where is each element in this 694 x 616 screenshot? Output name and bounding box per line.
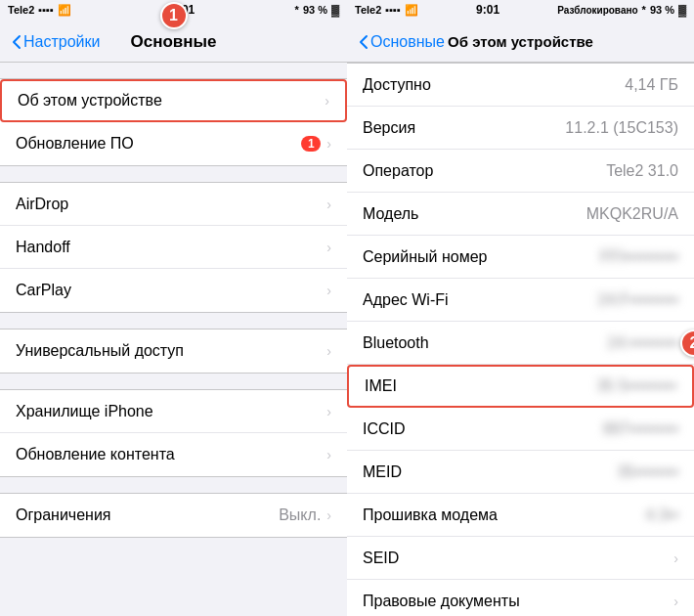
right-back-chevron xyxy=(359,34,369,50)
carrier-value: Tele2 31.0 xyxy=(606,162,678,180)
content-update-chevron: › xyxy=(326,447,331,462)
carrier-right: Tele2 xyxy=(355,4,381,16)
left-status-left: Tele2 ▪▪▪▪ 📶 xyxy=(8,4,71,17)
legal-chevron: › xyxy=(673,594,678,609)
row-iccid: ICCID 897••••••••• xyxy=(347,408,694,451)
accessibility-value: › xyxy=(326,343,331,359)
left-back-button[interactable]: Настройки xyxy=(12,33,100,51)
restrictions-chevron: › xyxy=(326,507,331,523)
group-airdrop-handoff: AirDrop › Handoff › CarPlay › xyxy=(0,182,347,313)
row-available: Доступно 4,14 ГБ xyxy=(347,64,694,107)
right-list: Доступно 4,14 ГБ Версия 11.2.1 (15C153) … xyxy=(347,63,694,616)
right-status-right: Разблокировано * 93 % ▓ xyxy=(557,4,686,16)
right-panel: Tele2 ▪▪▪▪ 📶 9:01 Разблокировано * 93 % … xyxy=(347,0,694,616)
storage-chevron: › xyxy=(326,404,331,419)
bluetooth-value: 24:••••••••• xyxy=(607,334,678,352)
accessibility-chevron: › xyxy=(326,343,331,359)
modem-value: 4.3•• xyxy=(646,506,678,524)
left-nav-title: Основные xyxy=(130,32,216,51)
model-value: MKQK2RU/A xyxy=(586,205,678,223)
row-legal[interactable]: Правовые документы › xyxy=(347,580,694,616)
available-label: Доступно xyxy=(363,76,431,94)
row-seid[interactable]: SEID › xyxy=(347,537,694,580)
row-accessibility[interactable]: Универсальный доступ › xyxy=(0,330,347,373)
row-imei: IMEI 35 5••••••••• xyxy=(347,365,694,408)
restrictions-text: Выкл. xyxy=(279,506,321,524)
accessibility-label: Универсальный доступ xyxy=(16,342,184,360)
legal-label: Правовые документы xyxy=(363,593,520,610)
battery-icon-left: ▓ xyxy=(331,4,339,16)
annotation-2: 2 xyxy=(680,330,694,357)
about-chevron: › xyxy=(325,93,329,109)
restrictions-label: Ограничения xyxy=(16,506,111,524)
group-about-update: Об этом устройстве › Обновление ПО 1 › xyxy=(0,78,347,166)
update-label: Обновление ПО xyxy=(16,135,134,153)
serial-label: Серийный номер xyxy=(363,248,487,266)
carplay-value: › xyxy=(326,283,331,298)
wifi-label: Адрес Wi-Fi xyxy=(363,291,449,309)
row-model: Модель MKQK2RU/A xyxy=(347,193,694,236)
left-nav-bar: Настройки Основные 1 xyxy=(0,20,347,63)
imei-value: 35 5••••••••• xyxy=(596,377,676,395)
row-storage[interactable]: Хранилище iPhone › xyxy=(0,390,347,433)
left-back-chevron xyxy=(12,34,22,50)
wifi-icon: 📶 xyxy=(58,4,71,17)
group-accessibility: Универсальный доступ › xyxy=(0,329,347,374)
right-nav-bar: Основные Об этом устройстве xyxy=(347,20,694,63)
model-label: Модель xyxy=(363,205,418,223)
wifi-value: 24:F••••••••• xyxy=(598,291,678,309)
row-handoff[interactable]: Handoff › xyxy=(0,226,347,269)
content-update-value: › xyxy=(326,447,331,462)
row-carrier: Оператор Tele2 31.0 xyxy=(347,150,694,193)
battery-right: 93 % xyxy=(650,4,674,16)
meid-value: 35•••••••• xyxy=(617,463,678,481)
restrictions-value: Выкл. › xyxy=(279,506,331,524)
row-update[interactable]: Обновление ПО 1 › xyxy=(0,122,347,165)
annotation-1: 1 xyxy=(160,2,188,29)
left-status-right: * 93 % ▓ xyxy=(295,4,339,16)
version-label: Версия xyxy=(363,119,415,137)
update-value: 1 › xyxy=(301,136,331,152)
right-back-label: Основные xyxy=(370,33,445,51)
row-restrictions[interactable]: Ограничения Выкл. › xyxy=(0,494,347,537)
left-panel: Tele2 ▪▪▪▪ 📶 9:01 * 93 % ▓ Настройки Осн… xyxy=(0,0,347,616)
bluetooth-label: Bluetooth xyxy=(363,334,429,352)
right-status-bar: Tele2 ▪▪▪▪ 📶 9:01 Разблокировано * 93 % … xyxy=(347,0,694,20)
bluetooth-icon-right: * xyxy=(642,4,646,16)
carplay-chevron: › xyxy=(326,283,331,298)
content-update-label: Обновление контента xyxy=(16,446,175,463)
storage-label: Хранилище iPhone xyxy=(16,403,153,420)
row-airdrop[interactable]: AirDrop › xyxy=(0,183,347,226)
signal-icon-right: ▪▪▪▪ xyxy=(385,4,401,16)
airdrop-chevron: › xyxy=(326,197,331,212)
right-back-button[interactable]: Основные xyxy=(359,33,445,51)
left-list: Об этом устройстве › Обновление ПО 1 › A… xyxy=(0,63,347,616)
iccid-label: ICCID xyxy=(363,420,406,438)
row-about[interactable]: Об этом устройстве › xyxy=(0,79,347,122)
lock-status: Разблокировано xyxy=(557,5,637,16)
signal-icon: ▪▪▪▪ xyxy=(38,4,54,16)
row-carplay[interactable]: CarPlay › xyxy=(0,269,347,312)
right-nav-title: Об этом устройстве xyxy=(448,33,593,50)
seid-label: SEID xyxy=(363,550,399,567)
battery-icon-right: ▓ xyxy=(678,4,686,16)
airdrop-label: AirDrop xyxy=(16,196,68,213)
handoff-label: Handoff xyxy=(16,239,70,256)
detail-group: Доступно 4,14 ГБ Версия 11.2.1 (15C153) … xyxy=(347,63,694,616)
available-value: 4,14 ГБ xyxy=(625,76,678,94)
row-modem: Прошивка модема 4.3•• xyxy=(347,494,694,537)
row-bluetooth: Bluetooth 24:••••••••• 2 xyxy=(347,322,694,365)
row-meid: MEID 35•••••••• xyxy=(347,451,694,494)
bluetooth-icon-left: * xyxy=(295,4,299,16)
handoff-chevron: › xyxy=(326,240,331,255)
wifi-icon-right: 📶 xyxy=(405,4,418,17)
about-value: › xyxy=(325,93,329,109)
seid-chevron: › xyxy=(673,550,678,566)
seid-value: › xyxy=(673,550,678,566)
handoff-value: › xyxy=(326,240,331,255)
time-right: 9:01 xyxy=(476,3,499,17)
iccid-value: 897••••••••• xyxy=(603,420,678,438)
carplay-label: CarPlay xyxy=(16,282,71,299)
version-value: 11.2.1 (15C153) xyxy=(565,119,678,137)
row-content-update[interactable]: Обновление контента › xyxy=(0,433,347,476)
